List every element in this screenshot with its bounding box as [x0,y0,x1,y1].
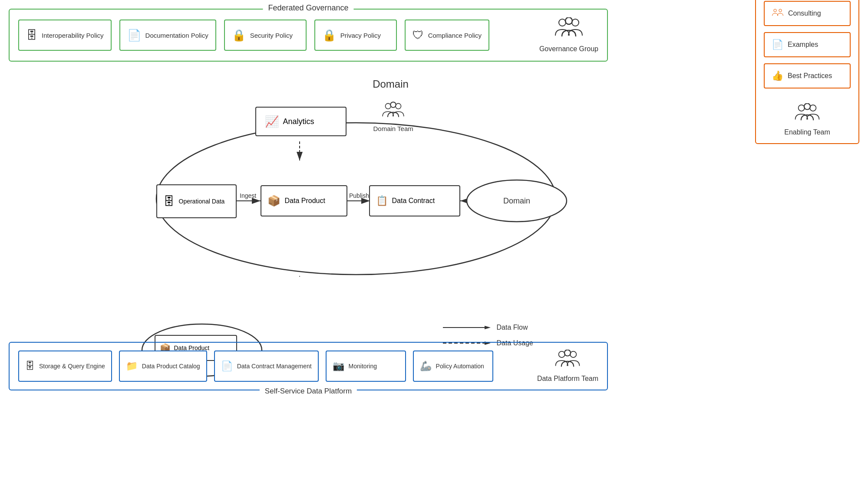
governance-group-icon [554,17,584,43]
svg-point-18 [386,103,391,109]
monitoring-label: Monitoring [349,363,377,370]
policy-box-security: 🔒 Security Policy [224,20,307,51]
platform-title: Self-Service Data Platform [260,387,357,396]
platform-box-policy-automation: 🦾 Policy Automation [413,351,493,382]
consulting-box: Consulting [764,1,851,26]
data-product-box-inner: 📦 Data Product [261,185,347,216]
svg-point-2 [565,17,572,24]
policy-box-interoperability: 🗄 Interoperability Policy [18,20,112,51]
svg-point-29 [774,9,776,12]
enabling-team: Enabling Team [784,103,830,136]
examples-icon: 📄 [772,39,783,50]
monitoring-icon: 📷 [333,360,344,372]
svg-marker-23 [485,326,491,329]
data-platform-team-label: Data Platform Team [537,375,598,383]
data-flow-arrow [443,324,491,331]
documentation-label: Documentation Policy [145,32,208,39]
chart-icon: 📈 [265,115,279,128]
consulting-label: Consulting [788,10,821,17]
domain-team-icon [381,102,405,122]
data-contract-box: 📋 Data Contract [369,185,460,216]
contract-mgmt-icon: 📄 [221,360,233,372]
svg-point-19 [396,103,401,109]
catalog-label: Data Product Catalog [142,363,200,370]
analytics-box: 📈 Analytics [255,107,347,136]
operational-db-icon: 🗄 [163,195,175,208]
data-platform-team-icon [554,350,581,372]
consulting-icon [772,8,784,19]
policy-box-privacy: 🔒 Privacy Policy [314,20,397,51]
privacy-label: Privacy Policy [340,32,381,39]
platform-box-monitoring: 📷 Monitoring [326,351,406,382]
policy-box-documentation: 📄 Documentation Policy [119,20,216,51]
platform-box-catalog: 📁 Data Product Catalog [119,351,207,382]
enabling-team-label: Enabling Team [784,128,830,136]
policy-automation-label: Policy Automation [436,363,484,370]
svg-point-27 [571,351,577,357]
policy-box-compliance: 🛡 Compliance Policy [405,20,489,51]
analytics-label: Analytics [283,117,314,126]
governance-title: Federated Governance [263,3,353,13]
contract-mgmt-label: Data Contract Management [237,363,312,370]
doc-icon: 📄 [127,29,141,42]
governance-section: Federated Governance 🗄 Interoperability … [9,9,608,62]
operational-label: Operational Data [179,198,225,205]
catalog-icon: 📁 [126,360,138,372]
platform-box-contract-mgmt: 📄 Data Contract Management [214,351,319,382]
svg-point-33 [804,103,810,109]
data-flow-label: Data Flow [497,324,528,331]
legend-data-flow: Data Flow [443,324,534,331]
best-practices-label: Best Practices [788,72,832,80]
svg-text:Publish: Publish [349,192,369,199]
interoperability-label: Interoperability Policy [42,32,104,39]
governance-group-label: Governance Group [539,45,598,53]
shield-icon: 🛡 [413,29,424,42]
data-platform-team: Data Platform Team [537,350,598,383]
enabling-team-icon [794,103,821,126]
domain-team-label: Domain Team [373,125,413,132]
platform-box-storage: 🗄 Storage & Query Engine [18,351,112,382]
svg-text:Ingest: Ingest [240,192,256,199]
examples-box: 📄 Examples [764,32,851,57]
svg-point-20 [390,102,396,108]
db-icon: 🗄 [26,29,37,42]
operational-data-box: 🗄 Operational Data [156,184,237,218]
best-practices-box: 👍 Best Practices [764,63,851,88]
svg-point-1 [572,19,579,26]
data-product-icon-inner: 📦 [267,195,281,207]
examples-label: Examples [788,41,818,49]
svg-point-30 [779,9,782,12]
svg-point-0 [559,19,566,26]
domain-team: Domain Team [373,102,413,132]
data-contract-label: Data Contract [392,197,435,205]
storage-icon: 🗄 [25,360,35,372]
compliance-label: Compliance Policy [428,32,482,39]
lock-icon-privacy: 🔒 [322,29,336,42]
svg-point-26 [559,351,565,357]
lock-icon-security: 🔒 [232,29,246,42]
right-panel: Consulting 📄 Examples 👍 Best Practices [755,0,859,144]
svg-text:Domain: Domain [503,197,530,205]
best-practices-icon: 👍 [772,70,783,82]
storage-label: Storage & Query Engine [39,363,105,370]
main-container: Federated Governance 🗄 Interoperability … [0,0,868,485]
security-label: Security Policy [250,32,293,39]
policy-automation-icon: 🦾 [420,360,432,372]
svg-point-28 [564,350,571,356]
domain-title: Domain [35,78,746,90]
governance-group: Governance Group [539,17,598,53]
svg-point-31 [799,105,805,111]
domain-area: Domain Ingest [9,78,746,321]
data-product-label-inner: Data Product [285,197,325,205]
data-contract-icon: 📋 [376,195,388,206]
platform-section: 🗄 Storage & Query Engine 📁 Data Product … [9,342,608,390]
svg-point-32 [810,105,816,111]
